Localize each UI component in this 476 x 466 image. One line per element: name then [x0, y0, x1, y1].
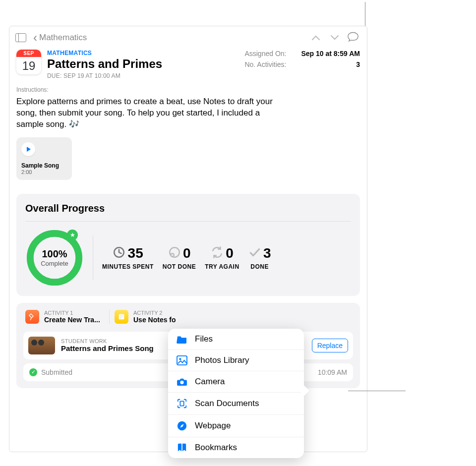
- menu-label-scan: Scan Documents: [195, 399, 259, 408]
- chevron-up-icon: [311, 34, 320, 41]
- callout-line-to-replace-button: [348, 391, 406, 391]
- messages-button[interactable]: [347, 31, 359, 44]
- overall-progress-card: Overall Progress ★ 100% Complete 35: [16, 194, 360, 296]
- top-navigation-bar: ‹ Mathematics: [9, 26, 367, 50]
- assigned-on-label: Assigned On:: [244, 50, 286, 58]
- submitted-time: 10:09 AM: [318, 368, 347, 376]
- garageband-app-icon: [25, 310, 39, 324]
- stat-done: 3 DONE: [248, 245, 271, 270]
- progress-percent: 100%: [42, 248, 67, 260]
- calendar-day: 19: [16, 57, 41, 74]
- vertical-divider: [93, 235, 93, 280]
- message-bubble-icon: [347, 31, 359, 42]
- chevron-left-icon: ‹: [33, 32, 37, 44]
- back-button[interactable]: ‹ Mathematics: [33, 32, 87, 44]
- camera-icon: [176, 377, 188, 386]
- instructions-section: Instructions: Explore patterns and prime…: [9, 79, 367, 187]
- menu-item-bookmarks[interactable]: Bookmarks: [168, 437, 304, 458]
- num-activities-label: No. Activities:: [244, 60, 286, 68]
- assignment-header: SEP 19 MATHEMATICS Patterns and Primes D…: [9, 50, 367, 79]
- instructions-text: Explore patterns and primes to create a …: [16, 96, 274, 130]
- not-done-icon: [168, 246, 181, 261]
- tryagain-value: 0: [226, 245, 234, 261]
- stat-not-done: 0 NOT DONE: [163, 245, 196, 270]
- notdone-label: NOT DONE: [163, 263, 196, 270]
- play-button[interactable]: [21, 142, 35, 156]
- activity-2-title: Use Notes fo: [133, 316, 176, 324]
- student-work-title: Patterns and Primes Song: [61, 344, 154, 352]
- previous-assignment-button[interactable]: [306, 32, 325, 44]
- sidebar-toggle-icon[interactable]: [15, 33, 26, 42]
- svg-point-13: [180, 381, 183, 384]
- callout-line-to-message-icon: [365, 2, 365, 29]
- menu-item-webpage[interactable]: Webpage: [168, 415, 304, 437]
- chevron-down-icon: [330, 34, 339, 41]
- activity-item-1[interactable]: ACTIVITY 1 Create New Tra...: [23, 310, 110, 324]
- photos-icon: [176, 355, 188, 365]
- menu-item-photos[interactable]: Photos Library: [168, 350, 304, 371]
- menu-label-bookmarks: Bookmarks: [195, 443, 237, 453]
- minutes-label: MINUTES SPENT: [102, 263, 154, 270]
- activity-item-2[interactable]: ACTIVITY 2 Use Notes fo: [113, 310, 178, 324]
- bookmarks-icon: [176, 443, 188, 453]
- calendar-month: SEP: [16, 50, 41, 57]
- assignment-category: MATHEMATICS: [47, 50, 162, 57]
- done-check-icon: [248, 246, 261, 261]
- instructions-label: Instructions:: [16, 86, 360, 93]
- svg-point-12: [179, 358, 181, 360]
- stat-try-again: 0 TRY AGAIN: [205, 245, 239, 270]
- menu-label-files: Files: [195, 334, 213, 344]
- assigned-on-value: Sep 10 at 8:59 AM: [301, 50, 360, 58]
- assignment-title: Patterns and Primes: [47, 57, 162, 71]
- menu-label-camera: Camera: [195, 377, 225, 387]
- clock-icon: [113, 246, 125, 261]
- tryagain-label: TRY AGAIN: [205, 263, 239, 270]
- menu-item-camera[interactable]: Camera: [168, 371, 304, 393]
- menu-label-photos: Photos Library: [195, 355, 249, 365]
- back-label: Mathematics: [39, 33, 87, 43]
- attachment-title: Sample Song: [21, 162, 67, 169]
- compass-icon: [176, 420, 188, 431]
- next-assignment-button[interactable]: [325, 32, 344, 44]
- menu-item-files[interactable]: Files: [168, 329, 304, 350]
- num-activities-value: 3: [356, 60, 360, 68]
- student-work-thumbnail: [28, 337, 55, 354]
- attachment-source-popover: Files Photos Library Camera Scan Documen…: [168, 329, 304, 458]
- activity-1-sup: ACTIVITY 1: [44, 310, 100, 316]
- progress-title: Overall Progress: [25, 203, 351, 214]
- submitted-label: Submitted: [41, 368, 72, 376]
- attachment-card[interactable]: Sample Song 2:00: [16, 137, 72, 180]
- divider: [25, 221, 351, 222]
- play-icon: [27, 147, 31, 152]
- folder-icon: [176, 335, 188, 344]
- try-again-icon: [211, 246, 224, 261]
- done-value: 3: [263, 245, 271, 261]
- notes-app-icon: [115, 310, 128, 324]
- menu-item-scan-documents[interactable]: Scan Documents: [168, 393, 304, 415]
- stat-minutes-spent: 35 MINUTES SPENT: [102, 245, 154, 270]
- minutes-value: 35: [128, 245, 143, 261]
- svg-rect-14: [180, 401, 183, 406]
- menu-label-webpage: Webpage: [195, 421, 231, 431]
- calendar-date-icon: SEP 19: [16, 50, 41, 74]
- student-work-label: STUDENT WORK: [61, 338, 154, 344]
- activity-2-sup: ACTIVITY 2: [133, 310, 176, 316]
- activity-1-title: Create New Tra...: [44, 316, 100, 324]
- scan-icon: [176, 398, 188, 409]
- check-circle-icon: ✓: [29, 368, 37, 376]
- replace-button[interactable]: Replace: [312, 339, 348, 352]
- attachment-duration: 2:00: [21, 169, 67, 175]
- progress-complete-label: Complete: [41, 260, 68, 267]
- assignment-due-date: DUE: SEP 19 AT 10:00 AM: [47, 72, 162, 79]
- progress-ring: ★ 100% Complete: [25, 229, 84, 287]
- notdone-value: 0: [183, 245, 191, 261]
- done-label: DONE: [248, 263, 271, 270]
